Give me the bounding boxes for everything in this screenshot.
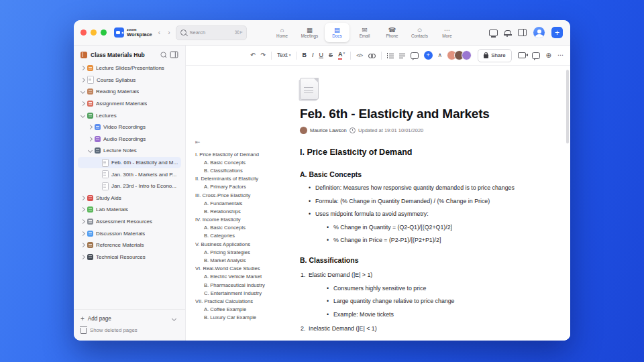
expand-chevron-icon[interactable] — [80, 196, 85, 200]
expand-chevron-icon[interactable] — [80, 101, 85, 106]
device-icon[interactable] — [489, 29, 498, 36]
sidebar-search-icon[interactable] — [160, 52, 166, 57]
text-style-dropdown[interactable]: Text ▾ — [277, 52, 290, 58]
outline-item[interactable]: I. Price Elasticity of Demand — [195, 150, 292, 158]
add-page-button[interactable]: + Add page — [80, 313, 178, 324]
document-block[interactable]: 1. Elastic Demand (|E| > 1) — [300, 272, 533, 279]
minimize-window-button[interactable] — [91, 29, 97, 36]
page-tree-item[interactable]: Lecture Slides/Presentations — [78, 62, 181, 74]
expand-chevron-icon[interactable] — [88, 125, 93, 129]
expand-chevron-icon[interactable] — [80, 243, 85, 247]
outline-item[interactable]: A. Basic Concepts — [195, 158, 292, 166]
page-tree-item[interactable]: Discussion Materials — [78, 227, 181, 239]
link-button[interactable] — [368, 54, 376, 58]
bold-button[interactable]: B — [302, 52, 307, 58]
document-block[interactable]: • Uses midpoint formula to avoid asymmet… — [300, 210, 533, 218]
expand-chevron-icon[interactable] — [88, 148, 93, 153]
scrollbar[interactable] — [566, 70, 569, 143]
sidebar-collapse-icon[interactable] — [170, 52, 178, 58]
outline-item[interactable]: IV. Income Elasticity — [195, 216, 292, 224]
expand-chevron-icon[interactable] — [80, 207, 85, 212]
page-tree-item[interactable]: Jan. 30th - Markets and P... — [78, 168, 181, 180]
search-input[interactable]: Search ⌘F — [176, 25, 247, 40]
outline-item[interactable]: V. Business Applications — [195, 240, 292, 248]
document-block[interactable]: • Formula: (% Change in Quantity Demande… — [300, 198, 533, 205]
outline-item[interactable]: VII. Practical Calculations — [195, 297, 292, 305]
document-block[interactable]: • Example: Movie tickets — [300, 311, 533, 318]
insert-button[interactable]: + — [424, 51, 433, 60]
page-tree-item[interactable]: Lab Materials — [78, 204, 181, 216]
outline-collapse-button[interactable]: ⇤ — [195, 139, 292, 145]
outline-item[interactable]: C. Entertainment Industry — [195, 289, 292, 297]
document-block[interactable]: 2. Inelastic Demand (|E| < 1) — [300, 325, 533, 333]
nav-tab[interactable]: ⌂ Home — [270, 23, 294, 42]
chat-icon[interactable] — [532, 52, 540, 59]
text-color-button[interactable]: A ▾ — [338, 52, 345, 60]
show-deleted-pages-button[interactable]: Show deleted pages — [80, 324, 178, 336]
outline-item[interactable]: A. Pricing Strategies — [195, 248, 292, 256]
page-tree-item[interactable]: Audio Recordings — [78, 133, 181, 145]
document-block[interactable]: • % Change in Price = (P2-P1)/[(P2+P1)/2… — [300, 237, 533, 244]
document-title[interactable]: Feb. 6th - Elasticity and Markets — [300, 107, 533, 121]
document-content[interactable]: Feb. 6th - Elasticity and Markets Mauric… — [300, 66, 533, 333]
outline-item[interactable]: A. Fundamentals — [195, 199, 292, 207]
page-tree-item[interactable]: Study Aids — [78, 192, 181, 204]
forward-button[interactable]: › — [166, 29, 171, 36]
code-button[interactable]: </> — [356, 53, 362, 58]
nav-tab[interactable]: ▤ Docs — [325, 23, 350, 42]
expand-chevron-icon[interactable] — [80, 89, 85, 94]
page-tree-item[interactable]: Assessment Resources — [78, 216, 181, 228]
nav-tab[interactable]: ✉ Email — [352, 23, 377, 42]
page-tree-item[interactable]: Assignment Materials — [78, 98, 181, 110]
page-tree-item[interactable]: Lectures — [78, 109, 181, 121]
outline-item[interactable]: A. Electric Vehicle Market — [195, 273, 292, 281]
video-call-icon[interactable] — [518, 52, 526, 58]
comment-button[interactable] — [411, 52, 419, 59]
expand-chevron-icon[interactable] — [80, 255, 85, 259]
page-tree-item[interactable]: Video Recordings — [78, 121, 181, 133]
share-button[interactable]: Share — [478, 49, 511, 62]
undo-button[interactable]: ↶ — [250, 52, 256, 58]
outline-item[interactable]: III. Cross-Price Elasticity — [195, 191, 292, 199]
redo-button[interactable]: ↷ — [261, 52, 266, 58]
nav-tab[interactable]: ▦ Meetings — [297, 23, 322, 42]
document-block[interactable]: B. Classifications — [300, 256, 533, 265]
align-button[interactable] — [399, 53, 405, 58]
collaborator-avatar[interactable] — [462, 50, 472, 60]
document-block[interactable]: • Consumers highly sensitive to price — [300, 285, 533, 292]
panel-toggle-icon[interactable] — [518, 29, 527, 36]
document-block[interactable]: • Large quantity change relative to pric… — [300, 298, 533, 305]
globe-icon[interactable]: ⊕ — [546, 52, 551, 59]
outline-item[interactable]: A. Basic Concepts — [195, 224, 292, 232]
user-avatar[interactable] — [533, 27, 545, 38]
document-block[interactable]: • Definition: Measures how responsive qu… — [300, 184, 533, 192]
outline-item[interactable]: A. Primary Factors — [195, 183, 292, 191]
expand-chevron-icon[interactable] — [80, 113, 85, 118]
outline-item[interactable]: B. Pharmaceutical Industry — [195, 281, 292, 289]
collapse-toolbar-button[interactable]: ∧ — [438, 52, 443, 58]
expand-chevron-icon[interactable] — [80, 66, 85, 70]
page-tree-item[interactable]: Jan. 23rd - Intro to Econo... — [78, 180, 181, 192]
page-tree-item[interactable]: Reading Materials — [78, 86, 181, 98]
close-window-button[interactable] — [80, 29, 87, 36]
expand-chevron-icon[interactable] — [80, 231, 85, 236]
page-tree-item[interactable]: Lecture Notes — [78, 145, 181, 157]
document-block[interactable]: I. Price Elasticity of Demand — [300, 147, 533, 158]
outline-item[interactable]: B. Market Analysis — [195, 256, 292, 264]
page-tree-item[interactable]: Course Syllabus — [78, 74, 181, 86]
outline-item[interactable]: B. Luxury Car Example — [195, 314, 292, 322]
add-page-chevron-icon[interactable] — [172, 316, 176, 321]
nav-tab[interactable]: ⋯ More — [435, 23, 460, 42]
document-block[interactable]: • % Change in Quantity = (Q2-Q1)/[(Q2+Q1… — [300, 224, 533, 231]
page-tree-item[interactable]: Technical Resources — [78, 251, 181, 263]
page-tree-item[interactable]: Feb. 6th - Elasticity and M... — [78, 157, 181, 169]
underline-button[interactable]: U — [319, 52, 323, 58]
outline-item[interactable]: A. Coffee Example — [195, 306, 292, 314]
maximize-window-button[interactable] — [101, 29, 107, 36]
bullet-list-button[interactable] — [387, 53, 394, 58]
outline-item[interactable]: II. Determinants of Elasticity — [195, 175, 292, 183]
page-tree-item[interactable]: Reference Materials — [78, 239, 181, 251]
nav-tab[interactable]: ☺ Contacts — [407, 23, 432, 42]
strikethrough-button[interactable]: S — [329, 52, 333, 58]
more-options-button[interactable]: ⋯ — [557, 52, 564, 58]
